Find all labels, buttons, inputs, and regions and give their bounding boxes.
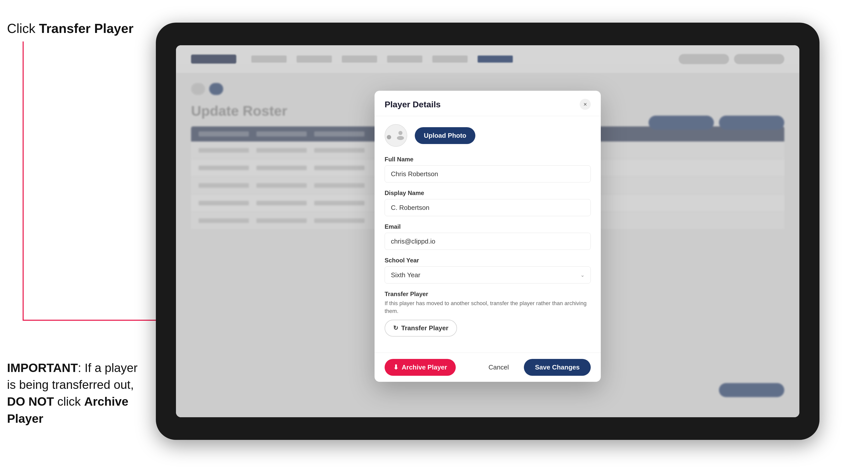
instruction-end: click bbox=[54, 395, 84, 408]
school-year-select[interactable]: First Year Second Year Third Year Fourth… bbox=[384, 267, 591, 283]
archive-player-button[interactable]: ⬇ Archive Player bbox=[384, 359, 456, 376]
transfer-icon: ↻ bbox=[393, 324, 398, 332]
cancel-button[interactable]: Cancel bbox=[478, 359, 519, 376]
display-name-label: Display Name bbox=[384, 189, 591, 196]
transfer-section-description: If this player has moved to another scho… bbox=[384, 300, 591, 315]
modal-footer: ⬇ Archive Player Cancel Save Changes bbox=[375, 353, 601, 382]
avatar-icon: ● bbox=[386, 129, 406, 142]
svg-point-1 bbox=[397, 136, 404, 140]
school-year-group: School Year First Year Second Year Third… bbox=[384, 257, 591, 283]
full-name-input[interactable] bbox=[384, 165, 591, 183]
archive-button-label: Archive Player bbox=[402, 364, 447, 371]
instruction-do-not: DO NOT bbox=[7, 395, 54, 408]
annotation-line-vertical bbox=[23, 41, 24, 320]
email-label: Email bbox=[384, 223, 591, 230]
full-name-group: Full Name bbox=[384, 156, 591, 183]
player-details-modal: Player Details × ● bbox=[375, 91, 601, 382]
full-name-label: Full Name bbox=[384, 156, 591, 163]
display-name-group: Display Name bbox=[384, 189, 591, 216]
avatar-circle: ● bbox=[384, 124, 407, 147]
close-icon: × bbox=[584, 101, 587, 108]
transfer-player-button[interactable]: ↻ Transfer Player bbox=[384, 320, 457, 337]
modal-title: Player Details bbox=[384, 99, 441, 109]
transfer-section-label: Transfer Player bbox=[384, 290, 591, 298]
instruction-top-prefix: Click bbox=[7, 21, 39, 36]
email-group: Email bbox=[384, 223, 591, 250]
instruction-top-bold: Transfer Player bbox=[39, 21, 133, 36]
school-year-select-wrapper: First Year Second Year Third Year Fourth… bbox=[384, 267, 591, 283]
instruction-bottom: IMPORTANT: If a player is being transfer… bbox=[7, 360, 148, 427]
svg-point-0 bbox=[398, 131, 402, 135]
photo-section: ● Upload Photo bbox=[384, 124, 591, 147]
save-changes-button[interactable]: Save Changes bbox=[524, 359, 591, 376]
transfer-section: Transfer Player If this player has moved… bbox=[384, 290, 591, 337]
archive-icon: ⬇ bbox=[393, 364, 399, 371]
instruction-important: IMPORTANT bbox=[7, 361, 78, 374]
modal-body: ● Upload Photo Full Name bbox=[375, 116, 601, 353]
email-input[interactable] bbox=[384, 233, 591, 250]
tablet-device: Update Roster bbox=[156, 23, 819, 440]
display-name-input[interactable] bbox=[384, 199, 591, 216]
modal-overlay: Player Details × ● bbox=[176, 45, 799, 417]
tablet-screen: Update Roster bbox=[176, 45, 799, 417]
school-year-label: School Year bbox=[384, 257, 591, 264]
upload-photo-button[interactable]: Upload Photo bbox=[415, 127, 475, 144]
modal-close-button[interactable]: × bbox=[580, 99, 591, 110]
modal-header: Player Details × bbox=[375, 91, 601, 116]
instruction-top: Click Transfer Player bbox=[7, 20, 133, 37]
transfer-button-label: Transfer Player bbox=[401, 324, 448, 332]
